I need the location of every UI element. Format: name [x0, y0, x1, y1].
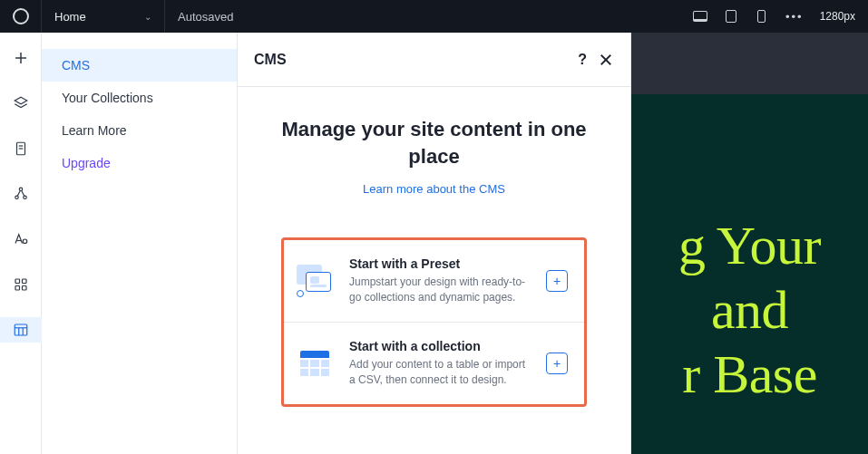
chevron-down-icon: ⌄ [144, 12, 151, 22]
cms-heading: Manage your site content in one place [281, 116, 587, 169]
page-selector-label: Home [54, 10, 86, 24]
logo-circle-icon [13, 8, 29, 24]
sidepanel-item-collections[interactable]: Your Collections [42, 82, 237, 114]
breakpoint-label[interactable]: 1280px [820, 10, 855, 23]
cms-learn-more-link[interactable]: Learn more about the CMS [281, 182, 587, 196]
option-desc: Jumpstart your design with ready-to-go c… [349, 275, 532, 305]
svg-point-6 [19, 188, 22, 190]
preview-card: g Your and r Base [631, 94, 868, 454]
start-with-collection-option[interactable]: Start with a collection Add your content… [284, 322, 584, 404]
cms-panel-title: CMS [254, 52, 578, 68]
add-element-tool[interactable] [0, 45, 42, 71]
sidepanel-item-learn-more[interactable]: Learn More [42, 114, 237, 147]
collection-icon [295, 343, 335, 383]
sidepanel-item-label: CMS [62, 58, 90, 72]
svg-rect-11 [15, 279, 20, 284]
sidepanel-item-label: Upgrade [62, 156, 111, 170]
svg-rect-14 [22, 286, 26, 291]
topbar: Home ⌄ Autosaved ••• 1280px [0, 0, 868, 33]
sidepanel-item-label: Learn More [62, 123, 127, 138]
design-canvas[interactable]: g Your and r Base [631, 33, 868, 454]
svg-rect-15 [15, 324, 27, 335]
site-structure-tool[interactable] [0, 181, 42, 207]
add-preset-button[interactable]: + [546, 270, 568, 292]
page-selector[interactable]: Home ⌄ [42, 0, 165, 33]
add-collection-button[interactable]: + [546, 353, 568, 374]
close-icon[interactable] [598, 52, 614, 68]
preset-icon [295, 261, 335, 301]
svg-marker-2 [15, 97, 27, 104]
tablet-icon[interactable] [724, 10, 738, 23]
device-switcher: ••• 1280px [693, 10, 868, 24]
svg-rect-12 [22, 279, 26, 284]
start-with-preset-option[interactable]: Start with a Preset Jumpstart your desig… [284, 240, 584, 322]
svg-point-7 [15, 196, 17, 198]
left-toolrail [0, 33, 42, 454]
option-title: Start with a Preset [349, 256, 532, 271]
layers-tool[interactable] [0, 91, 42, 116]
cms-sidepanel: CMS Your Collections Learn More Upgrade [42, 33, 238, 454]
cms-panel-header: CMS ? [238, 33, 630, 87]
option-desc: Add your content to a table or import a … [349, 357, 532, 388]
sidepanel-item-cms[interactable]: CMS [42, 49, 237, 82]
apps-tool[interactable] [0, 272, 42, 297]
typography-tool[interactable] [0, 227, 42, 252]
more-menu-icon[interactable]: ••• [785, 10, 804, 24]
preview-hero-text: g Your and r Base [678, 214, 821, 406]
cms-tool[interactable] [0, 317, 42, 343]
sidepanel-item-label: Your Collections [62, 91, 153, 105]
sidepanel-item-upgrade[interactable]: Upgrade [42, 147, 237, 179]
help-icon[interactable]: ? [578, 52, 587, 68]
autosaved-status: Autosaved [165, 10, 246, 24]
pages-tool[interactable] [0, 136, 42, 161]
phone-icon[interactable] [755, 10, 769, 23]
svg-rect-13 [15, 286, 20, 291]
svg-point-10 [23, 239, 27, 244]
cms-start-options-highlight: Start with a Preset Jumpstart your desig… [281, 237, 587, 406]
option-title: Start with a collection [349, 339, 532, 353]
app-logo[interactable] [0, 0, 42, 33]
cms-panel: CMS ? Manage your site content in one pl… [238, 33, 631, 454]
svg-point-8 [23, 196, 25, 198]
desktop-icon[interactable] [693, 10, 707, 23]
